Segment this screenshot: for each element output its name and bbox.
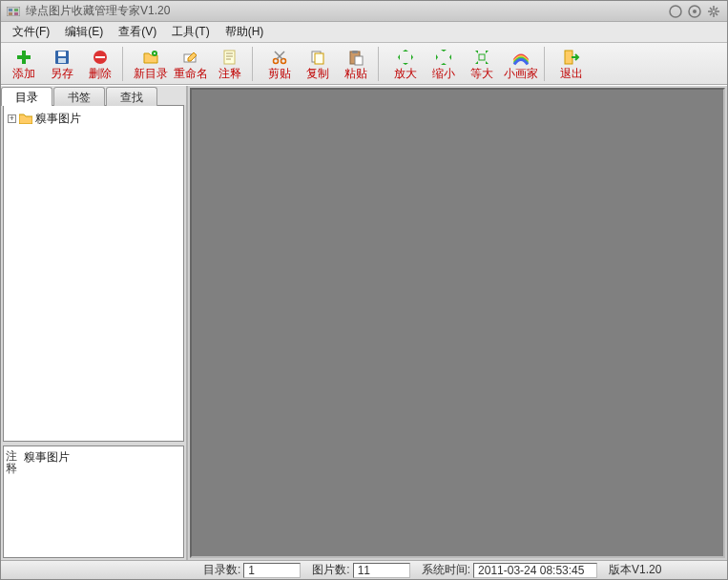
tab-directory[interactable]: 目录: [1, 87, 52, 106]
minimize-button[interactable]: [668, 4, 683, 19]
app-window: 绿点图片收藏管理专家V1.20 文件(F) 编辑(E) 查看(V) 工具(T) …: [0, 0, 728, 580]
svg-rect-19: [58, 52, 66, 56]
add-button[interactable]: 添加: [5, 45, 43, 83]
rename-button[interactable]: 重命名: [171, 45, 211, 83]
zoom-in-icon: [396, 48, 415, 67]
scissors-icon: [270, 48, 289, 67]
rename-icon: [181, 48, 200, 67]
titlebar: 绿点图片收藏管理专家V1.20: [1, 1, 727, 22]
status-imgs-value: 11: [353, 563, 410, 578]
toolbar: 添加 另存 删除 新目录 重命名 注释 剪贴 复制: [1, 43, 727, 85]
menu-file[interactable]: 文件(F): [5, 22, 57, 42]
window-title: 绿点图片收藏管理专家V1.20: [26, 3, 668, 19]
menu-tools[interactable]: 工具(T): [164, 22, 217, 42]
statusbar: 目录数: 1 图片数: 11 系统时间: 2011-03-24 08:53:45…: [1, 560, 727, 579]
status-imgs-label: 图片数:: [312, 562, 349, 578]
svg-rect-20: [58, 58, 66, 63]
saveas-button[interactable]: 另存: [43, 45, 81, 83]
menu-help[interactable]: 帮助(H): [218, 22, 272, 42]
floppy-icon: [52, 48, 72, 67]
svg-line-15: [716, 12, 718, 15]
svg-rect-4: [14, 12, 18, 15]
status-version: 版本V1.20: [605, 562, 665, 578]
svg-rect-25: [224, 51, 235, 64]
equal-button[interactable]: 等大: [463, 45, 501, 83]
toolbar-separator: [378, 47, 384, 81]
exit-icon: [562, 48, 581, 67]
tab-search[interactable]: 查找: [106, 87, 157, 106]
main-area: 目录 书签 查找 + 糗事图片 注释 糗事图片: [1, 85, 727, 560]
status-time-value: 2011-03-24 08:53:45: [473, 563, 597, 578]
menu-view[interactable]: 查看(V): [111, 22, 164, 42]
painter-button[interactable]: 小画家: [501, 45, 541, 83]
note-button[interactable]: 注释: [211, 45, 249, 83]
expand-toggle[interactable]: +: [8, 114, 16, 123]
toolbar-separator: [544, 47, 550, 81]
toolbar-separator: [252, 47, 258, 81]
svg-rect-34: [315, 53, 323, 64]
status-dirs-value: 1: [243, 563, 301, 578]
delete-icon: [91, 48, 110, 67]
zoom-out-icon: [434, 48, 453, 67]
cut-button[interactable]: 剪贴: [260, 45, 299, 83]
new-folder-icon: [141, 48, 160, 67]
tree-item-label: 糗事图片: [35, 111, 81, 127]
window-controls: [668, 4, 721, 19]
close-button[interactable]: [706, 4, 721, 19]
status-dirs: 目录数: 1: [199, 562, 304, 578]
copy-icon: [308, 48, 327, 67]
svg-line-14: [710, 12, 713, 15]
svg-rect-39: [565, 51, 572, 64]
zoomout-button[interactable]: 缩小: [425, 45, 463, 83]
copy-button[interactable]: 复制: [299, 45, 337, 83]
status-dirs-label: 目录数:: [203, 562, 240, 578]
svg-rect-38: [479, 54, 485, 60]
plus-icon: [14, 48, 33, 67]
delete-button[interactable]: 删除: [81, 45, 119, 83]
status-time: 系统时间: 2011-03-24 08:53:45: [418, 562, 601, 578]
maximize-button[interactable]: [687, 4, 702, 19]
svg-point-5: [670, 6, 681, 17]
svg-rect-22: [95, 56, 105, 58]
paste-button[interactable]: 粘贴: [337, 45, 375, 83]
zoomin-button[interactable]: 放大: [386, 45, 425, 83]
exit-button[interactable]: 退出: [552, 45, 591, 83]
menu-edit[interactable]: 编辑(E): [57, 22, 111, 42]
note-label: 注释: [4, 446, 19, 557]
app-icon: [7, 6, 20, 17]
folder-icon: [19, 113, 32, 124]
svg-point-7: [693, 10, 697, 13]
left-panel: 目录 书签 查找 + 糗事图片 注释 糗事图片: [1, 86, 188, 560]
toolbar-separator: [122, 47, 128, 81]
status-time-label: 系统时间:: [422, 562, 470, 578]
left-tabs: 目录 书签 查找: [1, 86, 186, 105]
tab-bookmark[interactable]: 书签: [53, 87, 105, 106]
note-content[interactable]: 糗事图片: [19, 446, 183, 557]
svg-rect-3: [9, 12, 12, 15]
svg-line-13: [716, 8, 718, 10]
newdir-button[interactable]: 新目录: [131, 45, 171, 83]
svg-rect-17: [17, 55, 31, 59]
menubar: 文件(F) 编辑(E) 查看(V) 工具(T) 帮助(H): [1, 22, 727, 43]
svg-line-12: [710, 8, 713, 10]
svg-rect-1: [9, 9, 12, 11]
status-imgs: 图片数: 11: [308, 562, 413, 578]
note-panel: 注释 糗事图片: [3, 445, 184, 558]
paste-icon: [346, 48, 365, 67]
directory-tree[interactable]: + 糗事图片: [3, 105, 184, 442]
tree-item[interactable]: + 糗事图片: [8, 110, 179, 127]
svg-rect-36: [352, 51, 358, 53]
svg-rect-37: [355, 56, 363, 65]
image-viewer[interactable]: [190, 88, 725, 558]
note-icon: [220, 48, 239, 67]
actual-size-icon: [472, 48, 491, 67]
painter-icon: [511, 48, 530, 67]
svg-rect-2: [14, 9, 18, 11]
